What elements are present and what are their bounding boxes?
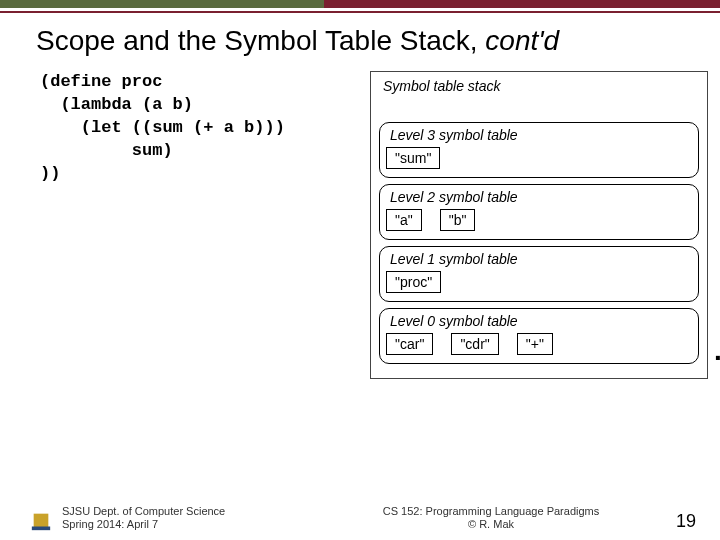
symbol-entry: "b"	[440, 209, 476, 231]
code-line: ))	[40, 164, 60, 183]
entry-row: "proc"	[386, 271, 692, 293]
stack-wrapper: Symbol table stack Level 3 symbol table …	[370, 71, 720, 379]
title-italic: cont'd	[485, 25, 559, 56]
code-line: sum)	[40, 141, 173, 160]
slide-footer: SJSU Dept. of Computer Science Spring 20…	[0, 505, 720, 533]
entry-row: "sum"	[386, 147, 692, 169]
level-0: Level 0 symbol table "car" "cdr" "+"	[379, 308, 699, 364]
stack-title: Symbol table stack	[383, 78, 699, 94]
entry-row: "a" "b"	[386, 209, 692, 231]
code-line: (lambda (a b)	[40, 95, 193, 114]
level-title: Level 1 symbol table	[390, 251, 692, 267]
decorative-thin-line	[0, 11, 720, 13]
symbol-entry: "a"	[386, 209, 422, 231]
decorative-top-bar	[0, 0, 720, 8]
symbol-entry: "sum"	[386, 147, 440, 169]
level-1: Level 1 symbol table "proc"	[379, 246, 699, 302]
symbol-table-stack: Symbol table stack Level 3 symbol table …	[370, 71, 708, 379]
level-2: Level 2 symbol table "a" "b"	[379, 184, 699, 240]
code-line: (define proc	[40, 72, 162, 91]
symbol-entry: "proc"	[386, 271, 441, 293]
level-title: Level 0 symbol table	[390, 313, 692, 329]
footer-center: CS 152: Programming Language Paradigms ©…	[262, 505, 720, 533]
svg-rect-0	[34, 514, 49, 529]
code-line: (let ((sum (+ a b)))	[40, 118, 285, 137]
page-number: 19	[676, 511, 696, 532]
slide-title: Scope and the Symbol Table Stack, cont'd	[36, 25, 720, 57]
symbol-entry: "car"	[386, 333, 433, 355]
entry-row: "car" "cdr" "+"	[386, 333, 692, 355]
level-3: Level 3 symbol table "sum"	[379, 122, 699, 178]
symbol-entry: "cdr"	[451, 333, 498, 355]
title-plain: Scope and the Symbol Table Stack,	[36, 25, 485, 56]
code-block: (define proc (lambda (a b) (let ((sum (+…	[40, 71, 340, 379]
ellipsis-icon: ...	[714, 335, 720, 367]
slide-content: (define proc (lambda (a b) (let ((sum (+…	[0, 71, 720, 379]
svg-rect-1	[32, 527, 50, 531]
level-title: Level 2 symbol table	[390, 189, 692, 205]
footer-course: CS 152: Programming Language Paradigms	[262, 505, 720, 519]
sjsu-logo-icon	[30, 510, 52, 532]
footer-date: Spring 2014: April 7	[62, 518, 262, 532]
level-title: Level 3 symbol table	[390, 127, 692, 143]
footer-left: SJSU Dept. of Computer Science Spring 20…	[62, 505, 262, 533]
footer-dept: SJSU Dept. of Computer Science	[62, 505, 262, 519]
symbol-entry: "+"	[517, 333, 553, 355]
footer-copyright: © R. Mak	[262, 518, 720, 532]
